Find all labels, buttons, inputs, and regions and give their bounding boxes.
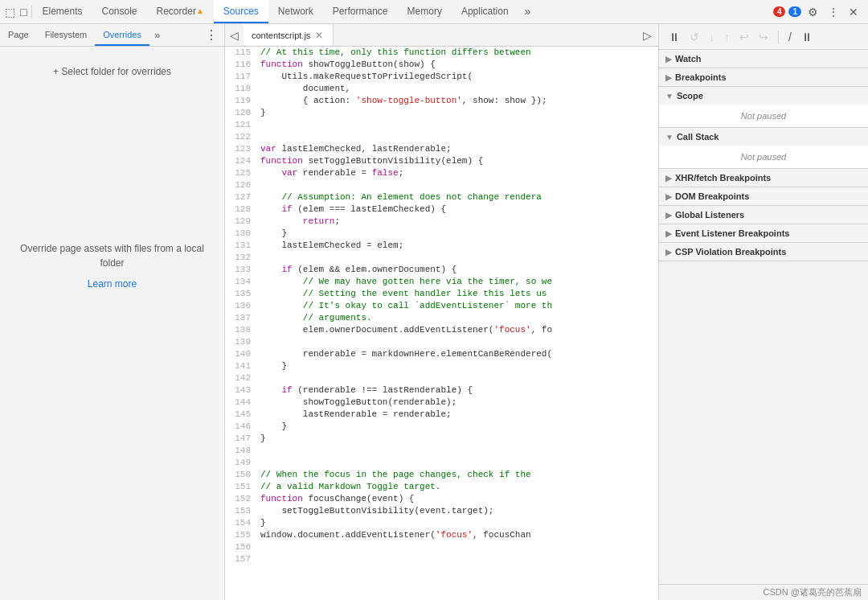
sub-tab-filesystem[interactable]: Filesystem xyxy=(37,24,96,46)
learn-more-link[interactable]: Learn more xyxy=(13,277,211,291)
dom-breakpoints-section: ▶ DOM Breakpoints xyxy=(659,187,868,206)
line-code: showToggleButton(renderable); xyxy=(257,397,658,409)
table-row: 147} xyxy=(225,433,658,445)
table-row: 116function showToggleButton(show) { xyxy=(225,59,658,71)
line-number: 149 xyxy=(225,457,257,469)
table-row: 157 xyxy=(225,553,658,565)
line-code: } xyxy=(257,517,658,529)
tab-elements[interactable]: Elements xyxy=(32,0,92,23)
right-controls: 4 1 ⚙ ⋮ ✕ xyxy=(773,4,868,20)
line-number: 131 xyxy=(225,240,257,252)
xhr-breakpoints-section: ▶ XHR/fetch Breakpoints xyxy=(659,169,868,187)
table-row: 124function setToggleButtonVisibility(el… xyxy=(225,155,658,167)
line-number: 129 xyxy=(225,216,257,228)
line-code: { action: 'show-toggle-button', show: sh… xyxy=(257,95,658,107)
sub-tab-page[interactable]: Page xyxy=(0,24,37,46)
global-listeners-section: ▶ Global Listeners xyxy=(659,206,868,224)
table-row: 145 lastRenderable = renderable; xyxy=(225,409,658,421)
deactivate-breakpoints-button[interactable]: / xyxy=(785,28,795,46)
more-options-button[interactable]: ⋮ xyxy=(825,4,842,20)
line-code: if (renderable !== lastRenderable) { xyxy=(257,384,658,397)
file-tab-prev-button[interactable]: ◁ xyxy=(225,29,244,42)
breakpoints-section: ▶ Breakpoints xyxy=(659,68,868,87)
table-row: 115// At this time, only this function d… xyxy=(225,47,658,59)
file-tab-contentscript[interactable]: contentscript.js ✕ xyxy=(244,24,334,46)
file-close-icon[interactable]: ✕ xyxy=(313,29,325,42)
line-number: 118 xyxy=(225,83,257,95)
line-number: 157 xyxy=(225,553,257,565)
line-number: 144 xyxy=(225,397,257,409)
call-stack-section: ▼ Call Stack Not paused xyxy=(659,128,868,169)
close-button[interactable]: ✕ xyxy=(845,4,862,20)
table-row: 126 xyxy=(225,179,658,191)
csp-violation-header[interactable]: ▶ CSP Violation Breakpoints xyxy=(659,243,868,261)
tab-performance[interactable]: Performance xyxy=(323,0,398,23)
file-tab-next-button[interactable]: ▷ xyxy=(637,29,658,42)
line-code: Utils.makeRequestToPrivilegedScript( xyxy=(257,71,658,83)
table-row: 156 xyxy=(225,541,658,553)
table-row: 155window.document.addEventListener('foc… xyxy=(225,529,658,541)
step-into-button[interactable]: ↑ xyxy=(721,28,733,46)
table-row: 144 showToggleButton(renderable); xyxy=(225,397,658,409)
table-row: 141 } xyxy=(225,360,658,372)
line-number: 128 xyxy=(225,203,257,216)
sub-tab-overrides[interactable]: Overrides xyxy=(95,24,149,46)
step-over-button[interactable]: ↓ xyxy=(706,28,718,46)
scope-body: Not paused xyxy=(659,105,868,127)
pause-on-exceptions-button[interactable]: ⏸ xyxy=(798,28,816,46)
code-editor[interactable]: 115// At this time, only this function d… xyxy=(225,47,658,600)
csp-arrow-icon: ▶ xyxy=(665,248,672,257)
tab-sources[interactable]: Sources xyxy=(214,0,268,23)
line-code: if (elem && elem.ownerDocument) { xyxy=(257,264,658,276)
error-badge[interactable]: 4 xyxy=(773,6,786,17)
dom-breakpoints-header[interactable]: ▶ DOM Breakpoints xyxy=(659,187,868,205)
tab-console[interactable]: Console xyxy=(92,0,147,23)
more-tabs-button[interactable]: » xyxy=(518,0,538,24)
toolbar-divider xyxy=(778,31,779,43)
line-number: 130 xyxy=(225,228,257,240)
line-number: 121 xyxy=(225,119,257,131)
line-number: 147 xyxy=(225,433,257,445)
left-panel: Page Filesystem Overrides » ⋮ + Select f… xyxy=(0,24,225,600)
dom-arrow-icon: ▶ xyxy=(665,192,672,201)
message-badge[interactable]: 1 xyxy=(788,6,801,17)
event-listener-header[interactable]: ▶ Event Listener Breakpoints xyxy=(659,224,868,242)
line-number: 136 xyxy=(225,300,257,312)
table-row: 133 if (elem && elem.ownerDocument) { xyxy=(225,264,658,276)
line-number: 150 xyxy=(225,469,257,481)
xhr-breakpoints-header[interactable]: ▶ XHR/fetch Breakpoints xyxy=(659,169,868,187)
table-row: 125 var renderable = false; xyxy=(225,167,658,179)
line-number: 119 xyxy=(225,95,257,107)
table-row: 150// When the focus in the page changes… xyxy=(225,469,658,481)
line-number: 152 xyxy=(225,493,257,505)
inspect-icon[interactable]: ⬚ xyxy=(5,6,15,18)
line-code: // It's okay to call `addEventListener` … xyxy=(257,300,658,312)
scope-header[interactable]: ▼ Scope xyxy=(659,87,868,105)
call-stack-header[interactable]: ▼ Call Stack xyxy=(659,128,868,146)
watermark: CSDN @诸葛亮的芭蕉扇 xyxy=(659,584,868,600)
line-number: 124 xyxy=(225,155,257,167)
table-row: 128 if (elem === lastElemChecked) { xyxy=(225,203,658,216)
tab-application[interactable]: Application xyxy=(452,0,518,23)
line-code: // a valid Markdown Toggle target. xyxy=(257,481,658,493)
global-listeners-header[interactable]: ▶ Global Listeners xyxy=(659,206,868,224)
watch-header[interactable]: ▶ Watch xyxy=(659,50,868,68)
step-button[interactable]: ↪ xyxy=(755,28,772,46)
device-icon[interactable]: □ xyxy=(20,6,27,18)
left-panel-options-button[interactable]: ⋮ xyxy=(199,27,224,43)
pause-button[interactable]: ⏸ xyxy=(665,28,683,46)
more-subtabs-button[interactable]: » xyxy=(149,29,165,41)
tab-network[interactable]: Network xyxy=(268,0,323,23)
tab-memory[interactable]: Memory xyxy=(398,0,452,23)
step-out-button[interactable]: ↩ xyxy=(736,28,752,46)
tab-recorder[interactable]: Recorder ▲ xyxy=(147,0,214,23)
breakpoints-header[interactable]: ▶ Breakpoints xyxy=(659,68,868,86)
table-row: 152function focusChange(event) { xyxy=(225,493,658,505)
select-folder-button[interactable]: + Select folder for overrides xyxy=(47,63,178,80)
table-row: 137 // arguments. xyxy=(225,312,658,324)
resume-button[interactable]: ↺ xyxy=(686,28,702,46)
line-number: 117 xyxy=(225,71,257,83)
line-number: 142 xyxy=(225,372,257,384)
line-number: 126 xyxy=(225,179,257,191)
settings-button[interactable]: ⚙ xyxy=(805,4,821,20)
